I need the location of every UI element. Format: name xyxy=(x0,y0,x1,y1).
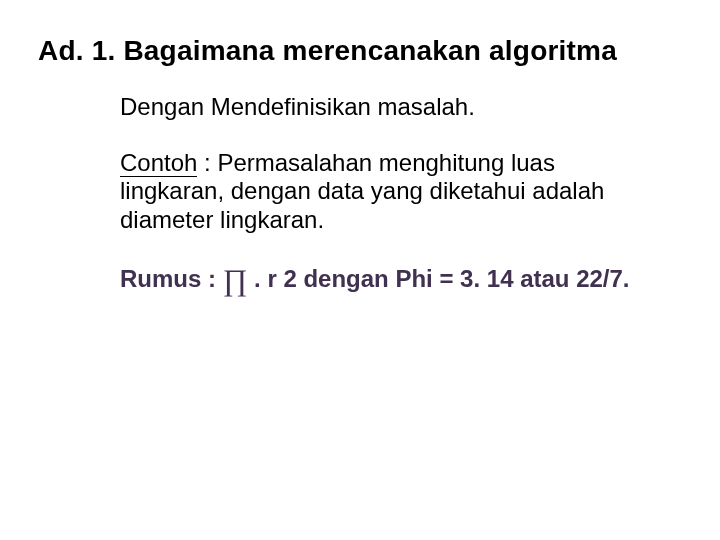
slide: Ad. 1. Bagaimana merencanakan algoritma … xyxy=(0,0,720,540)
example-sep: : xyxy=(197,149,217,176)
slide-body: Dengan Mendefinisikan masalah. Contoh : … xyxy=(120,93,652,298)
pi-product-icon: ∏ xyxy=(223,263,248,296)
slide-title: Ad. 1. Bagaimana merencanakan algoritma xyxy=(38,36,682,67)
formula-prefix: Rumus : xyxy=(120,265,223,292)
paragraph-formula: Rumus : ∏ . r 2 dengan Phi = 3. 14 atau … xyxy=(120,262,652,297)
example-label: Contoh xyxy=(120,149,197,177)
paragraph-intro: Dengan Mendefinisikan masalah. xyxy=(120,93,652,121)
paragraph-example: Contoh : Permasalahan menghitung luas li… xyxy=(120,149,652,234)
formula-rest: . r 2 dengan Phi = 3. 14 atau 22/7. xyxy=(247,265,629,292)
